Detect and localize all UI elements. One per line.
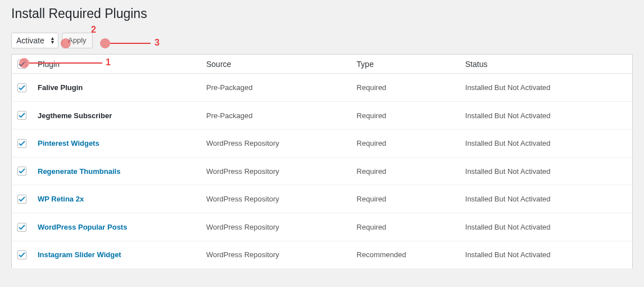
plugin-status: Installed But Not Activated [460, 157, 633, 185]
table-row: Falive PluginPre-PackagedRequiredInstall… [12, 74, 633, 102]
plugin-source: Pre-Packaged [201, 101, 351, 129]
table-row: WordPress Popular PostsWordPress Reposit… [12, 213, 633, 241]
plugin-type: Required [351, 213, 460, 241]
plugin-type: Required [351, 185, 460, 213]
plugin-type: Recommended [351, 241, 460, 269]
column-status[interactable]: Status [460, 54, 633, 73]
table-row: Pinterest WidgetsWordPress RepositoryReq… [12, 129, 633, 158]
plugin-source: WordPress Repository [201, 185, 351, 213]
apply-button[interactable]: Apply [62, 33, 93, 48]
row-checkbox[interactable] [17, 111, 26, 120]
row-checkbox[interactable] [17, 195, 26, 204]
plugin-type: Required [351, 157, 460, 185]
column-plugin[interactable]: Plugin [32, 54, 201, 73]
bulk-action-select[interactable]: Activate [11, 33, 58, 48]
plugin-name[interactable]: WordPress Popular Posts [38, 223, 127, 231]
page-title: Install Required Plugins [11, 6, 633, 23]
row-checkbox[interactable] [17, 139, 26, 148]
column-source[interactable]: Source [201, 54, 351, 73]
table-row: Instagram Slider WidgetWordPress Reposit… [12, 241, 633, 269]
plugin-name: Falive Plugin [38, 83, 83, 92]
plugin-source: WordPress Repository [201, 241, 351, 269]
plugin-status: Installed But Not Activated [460, 213, 633, 241]
plugin-status: Installed But Not Activated [460, 185, 633, 213]
plugin-name[interactable]: WP Retina 2x [38, 195, 84, 203]
column-type[interactable]: Type [351, 54, 460, 73]
table-row: WP Retina 2xWordPress RepositoryRequired… [12, 185, 633, 213]
plugin-source: Pre-Packaged [201, 74, 351, 102]
plugin-status: Installed But Not Activated [460, 74, 633, 102]
row-checkbox[interactable] [17, 250, 26, 259]
row-checkbox[interactable] [17, 167, 26, 176]
plugin-type: Required [351, 129, 460, 158]
table-row: Regenerate ThumbnailsWordPress Repositor… [12, 157, 633, 185]
bulk-actions-row: Activate ▲▼ Apply [11, 33, 633, 48]
plugin-name: Jegtheme Subscriber [38, 111, 112, 120]
plugin-status: Installed But Not Activated [460, 129, 633, 158]
plugin-name[interactable]: Pinterest Widgets [38, 139, 99, 147]
plugin-name[interactable]: Regenerate Thumbnails [38, 167, 120, 176]
plugin-name[interactable]: Instagram Slider Widget [38, 250, 121, 259]
row-checkbox[interactable] [17, 223, 26, 232]
plugins-table: Plugin Source Type Status Falive PluginP… [11, 54, 633, 269]
plugin-source: WordPress Repository [201, 157, 351, 185]
plugin-type: Required [351, 74, 460, 102]
row-checkbox[interactable] [17, 83, 26, 92]
select-all-checkbox[interactable] [17, 60, 26, 69]
plugin-source: WordPress Repository [201, 213, 351, 241]
plugin-source: WordPress Repository [201, 129, 351, 158]
plugin-status: Installed But Not Activated [460, 241, 633, 269]
table-row: Jegtheme SubscriberPre-PackagedRequiredI… [12, 101, 633, 129]
plugin-status: Installed But Not Activated [460, 101, 633, 129]
plugin-type: Required [351, 101, 460, 129]
